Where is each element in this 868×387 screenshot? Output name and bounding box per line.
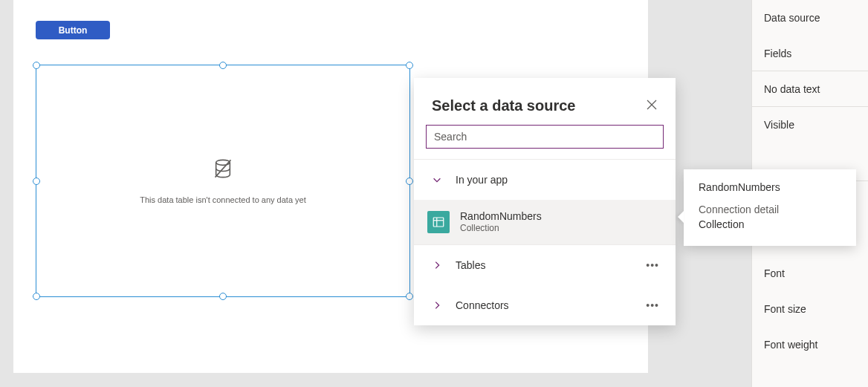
svg-point-0 <box>216 160 230 165</box>
popover-title: Select a data source <box>432 97 575 114</box>
close-icon[interactable] <box>646 99 658 114</box>
prop-no-data-text[interactable]: No data text <box>752 71 868 107</box>
more-icon[interactable]: ••• <box>646 259 659 271</box>
section-tables[interactable]: Tables ••• <box>414 245 676 285</box>
item-text: RandomNumbers Collection <box>460 210 542 233</box>
database-icon <box>213 158 233 182</box>
item-name: RandomNumbers <box>460 210 542 223</box>
datatable-selection[interactable]: This data table isn't connected to any d… <box>36 65 410 297</box>
collection-icon <box>427 211 450 233</box>
tooltip-value: Collection <box>699 217 841 232</box>
resize-handle-tr[interactable] <box>406 62 413 69</box>
svg-rect-4 <box>433 218 444 227</box>
canvas-button-control[interactable]: Button <box>36 21 110 39</box>
tooltip-line: Connection detail <box>699 202 841 217</box>
button-label: Button <box>59 25 88 36</box>
prop-visible[interactable]: Visible <box>752 107 868 143</box>
tooltip-title: RandomNumbers <box>699 181 841 193</box>
prop-font-size[interactable]: Font size <box>752 291 868 327</box>
resize-handle-mr[interactable] <box>406 178 413 185</box>
search-wrap <box>414 125 676 159</box>
empty-text: This data table isn't connected to any d… <box>140 195 305 204</box>
section-label: In your app <box>456 174 508 186</box>
prop-data-source[interactable]: Data source <box>752 0 868 36</box>
more-icon[interactable]: ••• <box>646 299 659 311</box>
chevron-right-icon <box>432 300 442 310</box>
chevron-down-icon <box>432 175 442 185</box>
resize-handle-tc[interactable] <box>219 62 227 69</box>
datatable-empty-state: This data table isn't connected to any d… <box>36 65 409 296</box>
resize-handle-ml[interactable] <box>33 178 40 185</box>
data-source-item-randomnumbers[interactable]: RandomNumbers Collection <box>414 200 676 244</box>
section-label: Connectors <box>456 299 509 311</box>
resize-handle-tl[interactable] <box>33 62 40 69</box>
resize-handle-bc[interactable] <box>219 293 227 300</box>
resize-handle-br[interactable] <box>406 293 413 300</box>
section-in-your-app[interactable]: In your app <box>414 160 676 200</box>
prop-font[interactable]: Font <box>752 256 868 291</box>
svg-line-1 <box>216 160 231 177</box>
section-label: Tables <box>456 259 485 271</box>
section-connectors[interactable]: Connectors ••• <box>414 285 676 325</box>
search-input[interactable] <box>426 125 664 149</box>
chevron-right-icon <box>432 260 442 270</box>
item-subtitle: Collection <box>460 223 542 233</box>
resize-handle-bl[interactable] <box>33 293 40 300</box>
prop-font-weight[interactable]: Font weight <box>752 327 868 362</box>
data-source-tooltip: RandomNumbers Connection detail Collecti… <box>684 169 856 246</box>
popover-header: Select a data source <box>414 78 676 125</box>
prop-fields[interactable]: Fields <box>752 36 868 71</box>
data-source-popover: Select a data source In your app RandomN… <box>414 78 676 325</box>
